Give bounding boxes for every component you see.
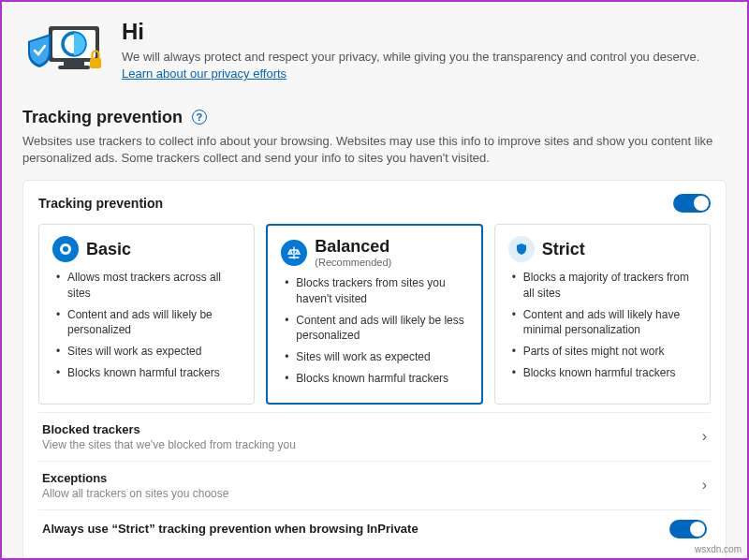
level-basic[interactable]: Basic Allows most trackers across all si… [38, 224, 255, 404]
watermark: wsxdn.com [695, 544, 742, 554]
balance-icon [281, 240, 307, 266]
level-balanced[interactable]: Balanced(Recommended) Blocks trackers fr… [266, 224, 482, 404]
privacy-learn-link[interactable]: Learn about our privacy efforts [122, 66, 286, 81]
tracking-card: Tracking prevention Basic Allows most tr… [22, 180, 727, 560]
level-subtitle: (Recommended) [315, 257, 391, 268]
level-title: Strict [542, 240, 585, 259]
inprivate-strict-row: Always use “Strict” tracking prevention … [38, 509, 711, 548]
hero-greeting: Hi [122, 19, 727, 45]
row-subtitle: View the sites that we've blocked from t… [42, 438, 296, 451]
level-title: Basic [86, 240, 131, 259]
help-icon[interactable]: ? [192, 110, 207, 125]
svg-rect-4 [58, 66, 90, 69]
exceptions-row[interactable]: ExceptionsAllow all trackers on sites yo… [38, 461, 711, 509]
level-bullets: Blocks trackers from sites you haven't v… [281, 275, 467, 386]
section-heading: Tracking prevention ? [22, 108, 727, 127]
row-title: Exceptions [42, 471, 228, 485]
section-description: Websites use trackers to collect info ab… [22, 133, 727, 167]
row-title: Blocked trackers [42, 422, 296, 436]
level-strict[interactable]: Strict Blocks a majority of trackers fro… [494, 224, 711, 404]
blocked-trackers-row[interactable]: Blocked trackersView the sites that we'v… [38, 412, 711, 461]
shield-icon [508, 236, 535, 262]
hero-body: We will always protect and respect your … [122, 49, 727, 82]
svg-point-7 [63, 246, 68, 252]
card-title: Tracking prevention [38, 196, 163, 211]
hero-banner: Hi We will always protect and respect yo… [22, 19, 727, 87]
inprivate-toggle[interactable] [669, 520, 707, 538]
svg-rect-3 [64, 62, 84, 66]
chevron-right-icon: › [702, 428, 707, 445]
level-title: Balanced [315, 237, 391, 257]
chevron-right-icon: › [702, 477, 707, 494]
level-bullets: Allows most trackers across all sitesCon… [52, 270, 241, 380]
section-title: Tracking prevention [22, 108, 183, 127]
tracking-toggle[interactable] [673, 194, 711, 213]
privacy-hero-icon [22, 19, 107, 87]
row-subtitle: Allow all trackers on sites you choose [42, 487, 228, 500]
row-title: Always use “Strict” tracking prevention … [42, 522, 419, 536]
level-bullets: Blocks a majority of trackers from all s… [508, 270, 697, 380]
svg-rect-5 [90, 58, 101, 68]
target-icon [52, 236, 79, 262]
